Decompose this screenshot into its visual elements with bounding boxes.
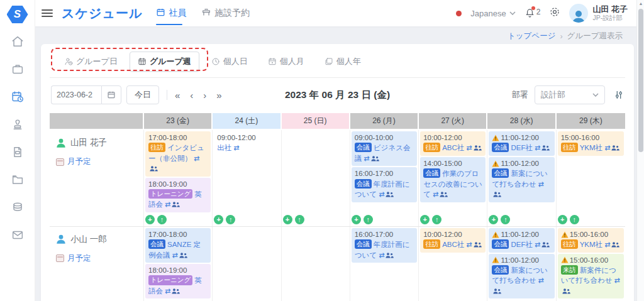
event[interactable]: 10:00-12:00 往訪ABC社⇄ — [420, 228, 486, 253]
event-title[interactable]: 会議作業のプロセスの改善について⇄ — [423, 168, 482, 199]
tab-personal-day[interactable]: 個人日 — [203, 52, 256, 72]
folder-icon[interactable] — [10, 172, 25, 187]
event-title[interactable]: 会議年度計画について⇄ — [355, 179, 414, 200]
day-cell[interactable]: 16:00-17:00 会議年度計画について⇄ +↑ — [350, 227, 419, 301]
event-title[interactable]: 会議年度計画について⇄ — [355, 239, 414, 260]
monthly-schedule-link[interactable]: 月予定 — [56, 156, 137, 167]
day-cell[interactable]: +↑ — [282, 130, 350, 226]
event-title[interactable]: 会議新案について打ち合わせ⇄ — [492, 265, 551, 296]
tab-group-week[interactable]: グループ週 — [130, 52, 199, 72]
event[interactable]: 15:00-16:00 往訪YKM社⇄ — [558, 131, 624, 156]
mail-icon[interactable] — [10, 227, 25, 242]
tab-personal-year[interactable]: 個人年 — [316, 52, 369, 72]
event-title[interactable]: 往訪ABC社⇄ — [423, 239, 482, 250]
document-icon[interactable] — [10, 145, 25, 159]
today-button[interactable]: 今日 — [126, 85, 159, 104]
event[interactable]: 16:00-17:00 会議年度計画について⇄ — [352, 228, 417, 263]
event-title[interactable]: 往訪インタビュー（非公開）⇄ — [148, 143, 208, 173]
event[interactable]: 17:00-18:00 往訪インタビュー（非公開）⇄ — [145, 131, 211, 177]
event[interactable]: 15:00-16:00 往訪YKM社⇄ — [558, 228, 624, 253]
nav-first-button[interactable]: « — [175, 90, 180, 101]
quick-add-button[interactable]: ↑ — [226, 215, 235, 224]
event[interactable]: 16:00-17:00 会議年度計画について⇄ — [352, 167, 417, 202]
schedule-icon[interactable] — [10, 89, 25, 104]
filter-settings-icon[interactable] — [614, 90, 624, 100]
event[interactable]: 15:00-16:00 来訪新案件について打ち合わせ⇄ — [558, 254, 624, 299]
day-cell[interactable]: 09:00-12:00 出社⇄ +↑ — [213, 130, 281, 226]
scrollbar-thumb[interactable] — [638, 9, 643, 152]
day-cell[interactable]: 17:00-18:00 会議SANZE 定例会議⇄ 18:00-19:00 トレ… — [144, 227, 213, 301]
day-cell[interactable]: 10:00-12:00 往訪ABC社⇄ +↑ — [419, 227, 487, 301]
breadcrumb-home-link[interactable]: トップページ — [508, 31, 555, 41]
user-menu[interactable]: 山田 花子 JP-設計部 — [569, 4, 628, 23]
language-selector[interactable]: Japanese — [470, 9, 515, 18]
add-event-button[interactable]: + — [145, 215, 155, 224]
briefcase-icon[interactable] — [10, 62, 25, 76]
event-title[interactable]: 会議DEF社⇄ — [492, 143, 551, 153]
quick-add-button[interactable]: ↑ — [364, 215, 373, 224]
add-event-button[interactable]: + — [352, 215, 361, 224]
event[interactable]: 18:00-19:00 トレーニング英語会⇄ — [145, 264, 211, 298]
date-input[interactable] — [51, 85, 101, 104]
app-logo[interactable]: S — [7, 5, 28, 24]
day-cell[interactable]: 17:00-18:00 往訪インタビュー（非公開）⇄ 18:00-19:00 ト… — [144, 130, 213, 226]
home-icon[interactable] — [10, 34, 25, 48]
add-event-button[interactable]: + — [489, 215, 498, 224]
day-cell[interactable]: +↑ — [282, 227, 350, 301]
tab-employees[interactable]: 社員 — [156, 0, 186, 26]
event[interactable]: 10:00-12:00 往訪ABC社⇄ — [420, 131, 486, 156]
event-title[interactable]: 往訪YKM社⇄ — [561, 239, 621, 250]
add-event-button[interactable]: + — [214, 215, 223, 224]
add-event-button[interactable]: + — [283, 215, 292, 224]
event-title[interactable]: トレーニング英語会⇄ — [148, 275, 208, 296]
quick-add-button[interactable]: ↑ — [570, 215, 579, 224]
scroll-up-arrow[interactable]: ▲ — [638, 1, 643, 6]
event-title[interactable]: 会議DEF社⇄ — [492, 239, 551, 250]
employee-name[interactable]: 小山 一郎 — [56, 234, 137, 245]
quick-add-button[interactable]: ↑ — [432, 215, 441, 224]
event-title[interactable]: トレーニング英語会⇄ — [148, 189, 208, 210]
add-event-button[interactable]: + — [420, 215, 430, 224]
event[interactable]: 17:00-18:00 会議SANZE 定例会議⇄ — [145, 228, 211, 263]
event-title[interactable]: 会議新案について打ち合わせ⇄ — [492, 168, 551, 199]
page-scrollbar[interactable]: ▲ — [636, 0, 644, 301]
stamp-icon[interactable] — [10, 117, 25, 131]
hamburger-menu-icon[interactable] — [42, 9, 53, 17]
department-select[interactable]: 設計部 — [535, 85, 605, 104]
employee-name[interactable]: 山田 花子 — [56, 137, 137, 148]
tab-facility-reservation[interactable]: 施設予約 — [201, 0, 250, 26]
event[interactable]: 11:00-12:00 会議DEF社⇄ — [489, 131, 554, 156]
monthly-schedule-link[interactable]: 月予定 — [56, 253, 137, 264]
nav-next-button[interactable]: › — [203, 90, 206, 101]
quick-add-button[interactable]: ↑ — [157, 215, 167, 224]
settings-gear-icon[interactable] — [549, 6, 560, 20]
event[interactable]: 14:00-15:00 会議作業のプロセスの改善について⇄ — [420, 157, 486, 202]
tab-personal-month[interactable]: 個人月 — [260, 52, 313, 72]
event[interactable]: 18:00-19:00 トレーニング英語会⇄ — [145, 178, 211, 212]
event[interactable]: 11:00-12:00 会議新案について打ち合わせ⇄ — [489, 254, 554, 299]
day-cell[interactable]: 15:00-16:00 往訪YKM社⇄ +↑ — [557, 130, 625, 226]
event-title[interactable]: 会議SANZE 定例会議⇄ — [148, 239, 208, 260]
event-title[interactable]: 会議ビジネス会議⇄ — [355, 143, 414, 163]
quick-add-button[interactable]: ↑ — [501, 215, 510, 224]
notifications-button[interactable]: 2 — [525, 8, 541, 19]
day-cell[interactable]: 09:00-10:00 会議ビジネス会議⇄ 16:00-17:00 会議年度計画… — [350, 130, 419, 226]
date-picker-button[interactable] — [101, 85, 121, 104]
day-cell[interactable]: 15:00-16:00 往訪YKM社⇄ 15:00-16:00 来訪新案件につい… — [557, 227, 625, 301]
event[interactable]: 11:00-12:00 会議新案について打ち合わせ⇄ — [489, 157, 554, 202]
day-cell[interactable]: +↑ — [213, 227, 281, 301]
event-title[interactable]: 出社⇄ — [217, 143, 276, 153]
day-cell[interactable]: 11:00-12:00 会議DEF社⇄ 11:00-12:00 会議新案について… — [487, 227, 556, 301]
tab-group-day[interactable]: グループ日 — [56, 52, 126, 72]
event[interactable]: 09:00-12:00 出社⇄ — [214, 131, 279, 156]
event-title[interactable]: 往訪YKM社⇄ — [561, 143, 621, 153]
event-title[interactable]: 往訪ABC社⇄ — [423, 143, 482, 153]
day-cell[interactable]: 11:00-12:00 会議DEF社⇄ 11:00-12:00 会議新案について… — [487, 130, 556, 226]
event-title[interactable]: 来訪新案件について打ち合わせ⇄ — [561, 265, 621, 296]
quick-add-button[interactable]: ↑ — [295, 215, 304, 224]
nav-prev-button[interactable]: ‹ — [190, 90, 193, 101]
nav-last-button[interactable]: » — [216, 90, 221, 101]
event[interactable]: 11:00-12:00 会議DEF社⇄ — [489, 228, 554, 253]
coins-icon[interactable] — [10, 200, 25, 214]
day-cell[interactable]: 10:00-12:00 往訪ABC社⇄ 14:00-15:00 会議作業のプロセ… — [419, 130, 487, 226]
